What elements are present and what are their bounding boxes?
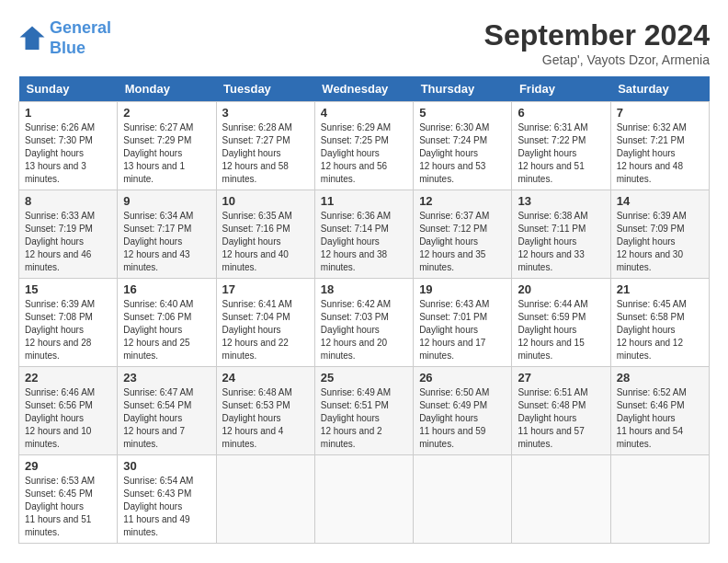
logo-text: General Blue [50, 18, 111, 58]
day-info: Sunrise: 6:38 AMSunset: 7:11 PMDaylight … [518, 210, 604, 274]
day-info: Sunrise: 6:42 AMSunset: 7:03 PMDaylight … [321, 298, 407, 362]
day-info: Sunrise: 6:44 AMSunset: 6:59 PMDaylight … [518, 298, 604, 362]
day-info: Sunrise: 6:33 AMSunset: 7:19 PMDaylight … [25, 210, 111, 274]
day-number: 12 [419, 194, 506, 208]
day-header-wednesday: Wednesday [314, 76, 413, 102]
calendar-cell: 28Sunrise: 6:52 AMSunset: 6:46 PMDayligh… [610, 367, 709, 455]
calendar-cell: 4Sunrise: 6:29 AMSunset: 7:25 PMDaylight… [314, 102, 413, 190]
calendar-cell [610, 455, 709, 544]
day-number: 16 [123, 282, 210, 296]
calendar-cell: 21Sunrise: 6:45 AMSunset: 6:58 PMDayligh… [610, 279, 709, 367]
day-number: 9 [123, 194, 210, 208]
day-number: 23 [123, 371, 210, 385]
day-number: 7 [617, 106, 703, 120]
title-block: September 2024 Getap', Vayots Dzor, Arme… [484, 18, 710, 67]
calendar-cell: 24Sunrise: 6:48 AMSunset: 6:53 PMDayligh… [216, 367, 314, 455]
day-number: 17 [222, 282, 309, 296]
calendar-week-1: 1Sunrise: 6:26 AMSunset: 7:30 PMDaylight… [19, 102, 710, 190]
calendar-cell: 13Sunrise: 6:38 AMSunset: 7:11 PMDayligh… [512, 190, 610, 279]
day-number: 27 [518, 371, 604, 385]
calendar-week-2: 8Sunrise: 6:33 AMSunset: 7:19 PMDaylight… [19, 190, 710, 279]
day-number: 29 [25, 459, 111, 473]
day-info: Sunrise: 6:29 AMSunset: 7:25 PMDaylight … [321, 121, 407, 186]
day-info: Sunrise: 6:50 AMSunset: 6:49 PMDaylight … [419, 386, 506, 451]
calendar-cell: 14Sunrise: 6:39 AMSunset: 7:09 PMDayligh… [610, 190, 709, 279]
calendar-table: SundayMondayTuesdayWednesdayThursdayFrid… [18, 76, 710, 544]
day-number: 1 [25, 106, 111, 120]
calendar-cell [414, 455, 512, 544]
calendar-cell: 18Sunrise: 6:42 AMSunset: 7:03 PMDayligh… [314, 279, 413, 367]
day-info: Sunrise: 6:43 AMSunset: 7:01 PMDaylight … [419, 298, 506, 362]
day-number: 18 [321, 282, 407, 296]
day-info: Sunrise: 6:27 AMSunset: 7:29 PMDaylight … [123, 121, 210, 186]
day-info: Sunrise: 6:49 AMSunset: 6:51 PMDaylight … [321, 386, 407, 451]
calendar-cell: 29Sunrise: 6:53 AMSunset: 6:45 PMDayligh… [19, 455, 118, 544]
day-info: Sunrise: 6:26 AMSunset: 7:30 PMDaylight … [25, 121, 111, 186]
day-header-friday: Friday [512, 76, 610, 102]
day-info: Sunrise: 6:53 AMSunset: 6:45 PMDaylight … [25, 475, 111, 539]
calendar-cell: 9Sunrise: 6:34 AMSunset: 7:17 PMDaylight… [118, 190, 216, 279]
day-number: 11 [321, 194, 407, 208]
day-number: 21 [617, 282, 703, 296]
calendar-week-5: 29Sunrise: 6:53 AMSunset: 6:45 PMDayligh… [19, 455, 710, 544]
day-info: Sunrise: 6:54 AMSunset: 6:43 PMDaylight … [123, 475, 210, 539]
calendar-cell: 27Sunrise: 6:51 AMSunset: 6:48 PMDayligh… [512, 367, 610, 455]
day-number: 5 [419, 106, 506, 120]
calendar-cell: 3Sunrise: 6:28 AMSunset: 7:27 PMDaylight… [216, 102, 314, 190]
day-info: Sunrise: 6:32 AMSunset: 7:21 PMDaylight … [617, 121, 703, 186]
day-number: 10 [222, 194, 309, 208]
calendar-cell: 11Sunrise: 6:36 AMSunset: 7:14 PMDayligh… [314, 190, 413, 279]
calendar-cell: 7Sunrise: 6:32 AMSunset: 7:21 PMDaylight… [610, 102, 709, 190]
day-number: 19 [419, 282, 506, 296]
logo-icon [18, 25, 46, 52]
logo-line1: General [50, 18, 111, 37]
calendar-cell: 19Sunrise: 6:43 AMSunset: 7:01 PMDayligh… [414, 279, 512, 367]
calendar-cell: 22Sunrise: 6:46 AMSunset: 6:56 PMDayligh… [19, 367, 118, 455]
calendar-header-row: SundayMondayTuesdayWednesdayThursdayFrid… [19, 76, 710, 102]
calendar-cell: 30Sunrise: 6:54 AMSunset: 6:43 PMDayligh… [118, 455, 216, 544]
logo: General Blue [18, 18, 111, 58]
day-number: 25 [321, 371, 407, 385]
calendar-cell: 26Sunrise: 6:50 AMSunset: 6:49 PMDayligh… [414, 367, 512, 455]
day-info: Sunrise: 6:52 AMSunset: 6:46 PMDaylight … [617, 386, 703, 451]
day-info: Sunrise: 6:48 AMSunset: 6:53 PMDaylight … [222, 386, 309, 451]
day-number: 13 [518, 194, 604, 208]
day-info: Sunrise: 6:41 AMSunset: 7:04 PMDaylight … [222, 298, 309, 362]
day-info: Sunrise: 6:40 AMSunset: 7:06 PMDaylight … [123, 298, 210, 362]
calendar-cell: 16Sunrise: 6:40 AMSunset: 7:06 PMDayligh… [118, 279, 216, 367]
day-number: 24 [222, 371, 309, 385]
day-number: 20 [518, 282, 604, 296]
day-info: Sunrise: 6:45 AMSunset: 6:58 PMDaylight … [617, 298, 703, 362]
day-info: Sunrise: 6:30 AMSunset: 7:24 PMDaylight … [419, 121, 506, 186]
calendar-cell: 6Sunrise: 6:31 AMSunset: 7:22 PMDaylight… [512, 102, 610, 190]
location-subtitle: Getap', Vayots Dzor, Armenia [484, 52, 710, 67]
day-info: Sunrise: 6:36 AMSunset: 7:14 PMDaylight … [321, 210, 407, 274]
page-header: General Blue September 2024 Getap', Vayo… [18, 18, 710, 67]
day-number: 4 [321, 106, 407, 120]
day-header-saturday: Saturday [610, 76, 709, 102]
month-title: September 2024 [484, 18, 710, 52]
calendar-cell: 15Sunrise: 6:39 AMSunset: 7:08 PMDayligh… [19, 279, 118, 367]
day-info: Sunrise: 6:39 AMSunset: 7:09 PMDaylight … [617, 210, 703, 274]
calendar-cell: 25Sunrise: 6:49 AMSunset: 6:51 PMDayligh… [314, 367, 413, 455]
day-header-tuesday: Tuesday [216, 76, 314, 102]
day-info: Sunrise: 6:37 AMSunset: 7:12 PMDaylight … [419, 210, 506, 274]
day-info: Sunrise: 6:39 AMSunset: 7:08 PMDaylight … [25, 298, 111, 362]
calendar-cell: 8Sunrise: 6:33 AMSunset: 7:19 PMDaylight… [19, 190, 118, 279]
day-number: 8 [25, 194, 111, 208]
day-info: Sunrise: 6:51 AMSunset: 6:48 PMDaylight … [518, 386, 604, 451]
calendar-cell [314, 455, 413, 544]
day-header-monday: Monday [118, 76, 216, 102]
day-number: 2 [123, 106, 210, 120]
calendar-cell: 10Sunrise: 6:35 AMSunset: 7:16 PMDayligh… [216, 190, 314, 279]
day-number: 30 [123, 459, 210, 473]
calendar-cell: 12Sunrise: 6:37 AMSunset: 7:12 PMDayligh… [414, 190, 512, 279]
calendar-cell: 23Sunrise: 6:47 AMSunset: 6:54 PMDayligh… [118, 367, 216, 455]
day-info: Sunrise: 6:47 AMSunset: 6:54 PMDaylight … [123, 386, 210, 451]
day-number: 6 [518, 106, 604, 120]
calendar-cell [512, 455, 610, 544]
calendar-week-3: 15Sunrise: 6:39 AMSunset: 7:08 PMDayligh… [19, 279, 710, 367]
calendar-cell: 5Sunrise: 6:30 AMSunset: 7:24 PMDaylight… [414, 102, 512, 190]
day-number: 14 [617, 194, 703, 208]
day-number: 3 [222, 106, 309, 120]
